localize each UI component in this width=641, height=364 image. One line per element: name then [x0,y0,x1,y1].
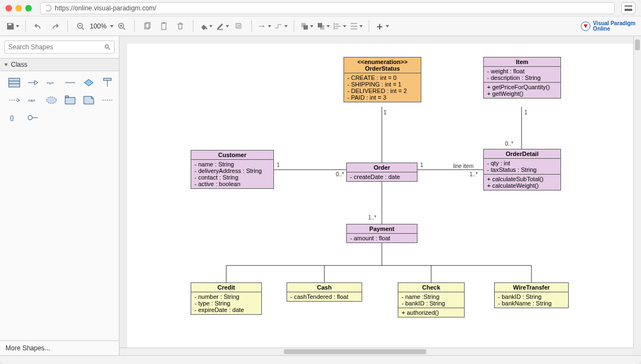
class-check[interactable]: Check - name :String - bankID : String +… [398,282,465,317]
svg-rect-13 [318,23,322,27]
shape-constraint[interactable]: {} [7,112,22,124]
attr: - PAID : int = 3 [347,94,417,101]
footer [0,355,641,364]
attr: - name :String [402,293,461,300]
h-scroll-thumb[interactable] [284,349,426,354]
send-back-button[interactable] [316,19,330,33]
maximize-window[interactable] [25,5,32,11]
svg-text:«a»: «a» [28,98,36,103]
class-item[interactable]: Item - weight : float - description : St… [483,57,561,99]
browser-menu-button[interactable] [621,2,636,14]
shape-aggregation[interactable] [81,77,96,89]
diagram-canvas[interactable]: 1 1 0..* 1 0..* 1 line item 1..* 1..* <<… [127,44,633,348]
attr: - description : String [487,74,557,81]
attr: - active : boolean [194,181,270,187]
distribute-icon [350,22,358,31]
v-scroll-thumb[interactable] [635,39,640,50]
distribute-button[interactable] [349,19,363,33]
attr: - weight : float [487,68,557,74]
class-orderdetail[interactable]: OrderDetail - qty : int - taxStatus : St… [483,149,561,190]
class-payment[interactable]: Payment - amount : float [346,224,417,243]
elbow-icon [274,22,283,31]
class-name: Order [347,163,417,172]
class-wiretransfer[interactable]: WireTransfer - bankID : String - bankNam… [494,282,569,308]
shape-note[interactable] [81,94,96,106]
class-name: Item [484,57,560,67]
shape-realization[interactable] [25,112,41,124]
shadow-button[interactable] [232,19,246,33]
svg-rect-4 [162,23,166,30]
shape-abstraction[interactable]: «a» [25,94,41,106]
vp-logo-text1: Visual Paradigm [593,21,636,26]
op: + calculateSubTotal() [487,176,557,182]
add-button[interactable]: ＋ [375,19,389,33]
attr: - name : String [194,161,270,167]
class-credit[interactable]: Credit - number : String - type : String… [191,282,262,315]
zoom-dropdown-caret[interactable] [110,25,113,27]
svg-rect-11 [304,25,308,30]
copy-button[interactable] [140,19,154,33]
op: + getPriceForQuantity() [487,84,557,90]
copy-icon [143,22,152,31]
paste-button[interactable] [157,19,171,33]
vertical-scrollbar[interactable] [633,36,641,348]
shape-usage[interactable]: «u» [44,77,59,89]
section-class-header[interactable]: Class [0,58,119,71]
fill-color-button[interactable] [199,19,213,33]
shape-generalization[interactable] [25,77,41,89]
search-shapes-box[interactable] [4,41,115,54]
shape-interface[interactable] [100,77,115,89]
mult-status-1: 1 [384,109,387,115]
svg-point-15 [105,45,108,48]
mult-detail-0n: 0..* [505,141,513,147]
attr: - createDate : date [350,174,414,180]
line-color-button[interactable] [215,19,230,33]
titlebar: https://online.visual-paradigm.com/ [0,0,641,16]
attr: - bankID : String [402,300,461,307]
delete-button[interactable] [173,19,187,33]
url-text: https://online.visual-paradigm.com/ [55,4,156,12]
undo-icon [34,22,43,31]
class-cash[interactable]: Cash - cashTendered : float [287,282,362,302]
shape-package[interactable] [62,94,78,106]
shape-class[interactable] [7,77,22,89]
paste-icon [159,22,168,31]
vp-logo[interactable]: Visual Paradigm Online [581,21,636,32]
shape-association[interactable] [62,77,78,89]
class-orderstatus[interactable]: <<enumeration>>OrderStatus - CREATE : in… [344,57,421,102]
search-shapes-input[interactable] [8,43,104,51]
bring-front-button[interactable] [300,19,314,33]
op: + authorized() [402,309,461,316]
minimize-window[interactable] [15,5,22,11]
redo-button[interactable] [48,19,62,33]
front-icon [300,22,309,31]
shadow-icon [234,22,243,31]
zoom-level[interactable]: 100% [89,22,108,30]
svg-point-25 [28,115,32,120]
vp-logo-icon [581,21,591,31]
save-button[interactable] [5,19,20,33]
zoom-out-button[interactable] [73,19,88,33]
waypoint-button[interactable] [274,19,288,33]
url-bar[interactable]: https://online.visual-paradigm.com/ [40,2,615,14]
redo-icon [50,22,59,31]
undo-button[interactable] [31,19,45,33]
save-icon [6,22,15,31]
class-order[interactable]: Order - createDate : date [346,163,417,182]
class-customer[interactable]: Customer - name : String - deliveryAddre… [191,150,274,189]
zoom-in-button[interactable] [115,19,129,33]
align-button[interactable] [333,19,347,33]
more-shapes-link[interactable]: More Shapes... [0,340,119,355]
hamburger-icon [625,5,632,11]
svg-rect-5 [163,22,165,24]
connection-style-button[interactable] [257,19,272,33]
shape-dependency[interactable] [7,94,22,106]
horizontal-scrollbar[interactable] [119,348,633,355]
close-window[interactable] [5,5,12,11]
shape-collaboration[interactable] [44,94,59,106]
svg-rect-16 [9,78,20,87]
main-toolbar: 100% ＋ Visual Paradigm Online [0,16,641,36]
reload-icon[interactable] [45,5,51,11]
attr: - CREATE : int = 0 [347,74,417,81]
shape-anchor[interactable] [100,94,115,106]
